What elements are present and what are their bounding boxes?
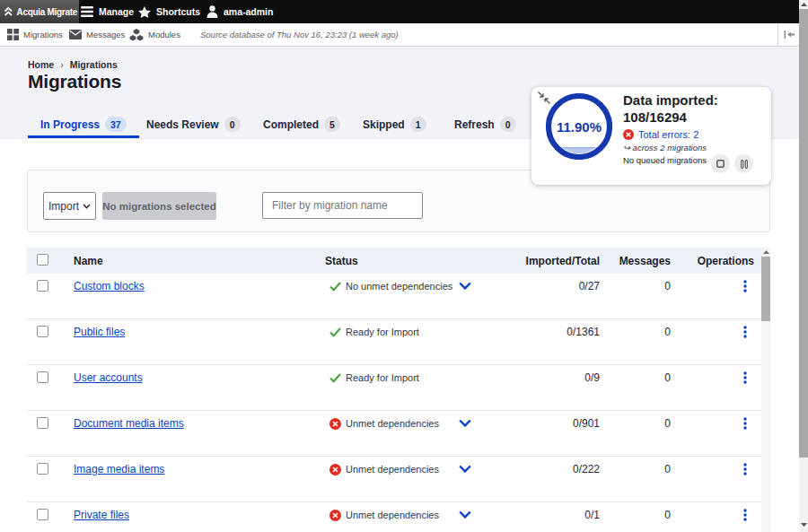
tab-refresh[interactable]: Refresh 0	[442, 110, 529, 138]
operations-kebab-button[interactable]	[739, 278, 751, 294]
scroll-up-arrow-icon[interactable]	[761, 248, 770, 257]
messages-cell: 0	[664, 371, 671, 384]
tab-count-badge: 5	[324, 117, 340, 132]
total-errors-row: Total errors: 2	[623, 129, 718, 140]
toolbar-item-migrations[interactable]: Migrations	[7, 23, 63, 46]
tab-count-badge: 1	[410, 117, 426, 132]
table-row: Private files Unmet dependencies 0/1 0	[27, 502, 761, 532]
column-header-imported: Imported/Total	[526, 255, 600, 267]
tab-count-badge: 0	[500, 117, 516, 132]
row-checkbox[interactable]	[37, 417, 48, 429]
tab-label: Refresh	[454, 118, 495, 131]
status-expand-toggle[interactable]	[459, 419, 471, 427]
status-expand-toggle[interactable]	[459, 282, 471, 290]
error-icon	[623, 129, 634, 140]
breadcrumb-home-link[interactable]: Home	[28, 59, 54, 70]
migration-name-link[interactable]: Public files	[74, 326, 125, 338]
operations-kebab-button[interactable]	[739, 461, 751, 477]
table-header: Name Status Imported/Total Messages Oper…	[27, 248, 761, 274]
table-scrollbar[interactable]	[761, 248, 770, 532]
migration-name-cell: Private files	[74, 509, 129, 521]
imported-total-cell: 0/27	[579, 280, 600, 292]
tab-label: Needs Review	[146, 118, 219, 131]
admin-toolbar: Acquia Migrate Manage Shortcuts ama-admi…	[0, 0, 799, 23]
operations-kebab-button[interactable]	[739, 415, 751, 432]
scroll-up-arrow-icon[interactable]	[799, 0, 808, 9]
migration-name-link[interactable]: Custom blocks	[74, 280, 145, 292]
toolbar-item-label: Shortcuts	[156, 6, 200, 17]
status-cell: Unmet dependencies	[329, 461, 439, 477]
status-expand-toggle[interactable]	[459, 510, 471, 519]
tab-needs-review[interactable]: Needs Review 0	[134, 110, 253, 138]
import-button-label: Import	[48, 200, 79, 213]
stop-button[interactable]	[711, 154, 730, 173]
column-header-operations: Operations	[698, 255, 754, 267]
row-checkbox[interactable]	[37, 509, 48, 520]
tab-in-progress[interactable]: In Progress 37	[28, 110, 139, 138]
row-checkbox[interactable]	[37, 463, 48, 475]
no-migrations-selected-button[interactable]: No migrations selected	[102, 192, 216, 220]
source-database-note: Source database of Thu Nov 16, 23:23 (1 …	[200, 23, 399, 46]
grid-icon	[7, 29, 19, 40]
table-row: Public files Ready for Import 0/1361 0	[27, 319, 761, 365]
operations-kebab-button[interactable]	[739, 370, 751, 386]
toolbar-item-messages[interactable]: Messages	[69, 23, 125, 46]
page-title: Migrations	[28, 70, 121, 93]
page-scrollbar-thumb[interactable]	[799, 9, 808, 458]
status-cell: Unmet dependencies	[329, 507, 439, 523]
migration-filter-input[interactable]	[262, 192, 423, 219]
tab-label: In Progress	[40, 118, 100, 131]
tab-completed[interactable]: Completed 5	[250, 110, 353, 138]
toolbar-item-manage[interactable]: Manage	[81, 0, 134, 23]
toolbar-item-user[interactable]: ama-admin	[206, 0, 273, 23]
hamburger-icon	[81, 6, 93, 17]
data-imported-line1: Data imported:	[623, 92, 718, 109]
tab-skipped[interactable]: Skipped 1	[350, 110, 439, 138]
operations-kebab-button[interactable]	[739, 324, 751, 340]
status-label: Ready for Import	[346, 372, 419, 383]
import-button[interactable]: Import	[43, 192, 96, 220]
column-header-name: Name	[74, 255, 103, 267]
migration-name-link[interactable]: Private files	[74, 509, 129, 521]
chevron-down-icon	[459, 465, 471, 473]
toolbar-item-label: Messages	[86, 30, 125, 39]
toolbar-item-shortcuts[interactable]: Shortcuts	[138, 0, 200, 23]
row-checkbox[interactable]	[37, 371, 48, 383]
page-scrollbar[interactable]	[799, 0, 808, 532]
migrations-table: Name Status Imported/Total Messages Oper…	[27, 248, 770, 532]
pause-icon	[741, 160, 748, 169]
page: Acquia Migrate Manage Shortcuts ama-admi…	[0, 0, 808, 532]
total-errors-link[interactable]: Total errors: 2	[638, 129, 698, 140]
breadcrumb-separator: ›	[60, 59, 64, 70]
imported-total-cell: 0/1361	[566, 326, 600, 338]
operations-kebab-button[interactable]	[739, 507, 751, 523]
breadcrumb-current: Migrations	[70, 59, 118, 70]
messages-cell: 0	[664, 463, 671, 475]
toolbar-item-modules[interactable]: Modules	[129, 23, 180, 46]
migration-name-link[interactable]: User accounts	[74, 371, 143, 384]
imported-total-cell: 0/9	[584, 371, 600, 384]
table-scrollbar-thumb[interactable]	[761, 257, 770, 321]
row-checkbox[interactable]	[37, 326, 48, 337]
migration-name-link[interactable]: Image media items	[74, 463, 164, 475]
row-checkbox[interactable]	[37, 280, 48, 292]
toolbar-orientation-toggle[interactable]	[777, 23, 799, 46]
select-all-checkbox[interactable]	[37, 254, 48, 266]
check-icon	[329, 327, 341, 337]
check-icon	[329, 282, 341, 292]
column-header-messages: Messages	[619, 255, 671, 267]
brand-home-button[interactable]: Acquia Migrate	[0, 0, 79, 23]
toolbar-item-label: ama-admin	[224, 6, 273, 17]
scroll-down-arrow-icon[interactable]	[799, 520, 808, 529]
toolbar-item-label: Modules	[148, 30, 180, 39]
error-icon	[329, 418, 341, 430]
status-expand-toggle[interactable]	[459, 465, 471, 473]
pause-button[interactable]	[734, 154, 753, 173]
imported-total-cell: 0/222	[573, 463, 600, 475]
status-cell: Ready for Import	[329, 324, 419, 340]
orientation-icon	[784, 31, 795, 39]
migration-name-link[interactable]: Document media items	[74, 417, 184, 430]
progress-percent: 11.90%	[546, 119, 612, 135]
table-rows: Custom blocks No unmet dependencies 0/27…	[27, 274, 761, 532]
chevron-down-icon	[459, 282, 471, 290]
